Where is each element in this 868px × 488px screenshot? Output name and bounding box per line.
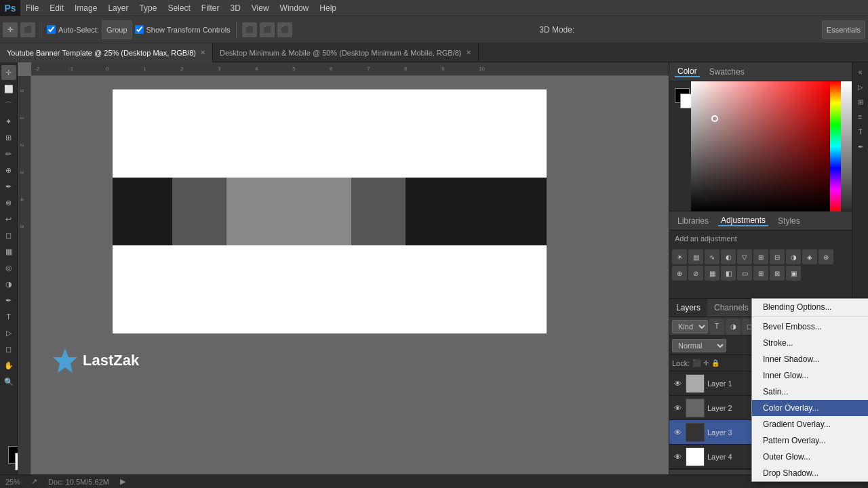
- blur-tool[interactable]: ◎: [1, 260, 16, 275]
- invert-adj-icon[interactable]: ⊘: [688, 266, 703, 281]
- align-right-icon[interactable]: ⬛: [277, 22, 292, 37]
- lock-all-icon[interactable]: 🔒: [711, 359, 719, 367]
- marquee-tool[interactable]: ⬜: [1, 81, 16, 96]
- tab-desktop-min[interactable]: Desktop Minimum & Mobile @ 50% (Desktop …: [213, 43, 479, 62]
- tab-swatches[interactable]: Swatches: [707, 67, 747, 77]
- ctx-outer-glow[interactable]: Outer Glow...: [752, 449, 868, 465]
- posterize-adj-icon[interactable]: ▦: [705, 266, 719, 281]
- menu-select[interactable]: Select: [162, 0, 195, 16]
- color-picker-gradient[interactable]: [691, 81, 830, 211]
- auto-select-checkbox[interactable]: [47, 25, 56, 34]
- menu-image[interactable]: Image: [69, 0, 102, 16]
- gradient-map-adj-icon[interactable]: ▭: [737, 266, 752, 281]
- dodge-tool[interactable]: ◑: [1, 277, 16, 291]
- panel-icon-3[interactable]: ≡: [854, 110, 867, 123]
- zoom-tool[interactable]: 🔍: [1, 374, 16, 389]
- ctx-color-overlay[interactable]: Color Overlay...: [752, 400, 868, 416]
- tab-close-2[interactable]: ✕: [466, 49, 471, 56]
- tab-color[interactable]: Color: [675, 66, 700, 77]
- show-transform-checkbox[interactable]: [135, 25, 144, 34]
- gradient-tool[interactable]: ▦: [1, 244, 16, 259]
- align-left-icon[interactable]: ⬛: [242, 22, 257, 37]
- eraser-tool[interactable]: ◻: [1, 228, 16, 243]
- filter-adj-icon[interactable]: ◑: [726, 319, 741, 334]
- photo-filter-adj-icon[interactable]: ◈: [802, 249, 817, 264]
- layer-kind-select[interactable]: Kind: [672, 320, 708, 333]
- history-brush-tool[interactable]: ↩: [1, 211, 16, 226]
- vibrance-adj-icon[interactable]: ▽: [737, 249, 752, 264]
- eyedropper-tool[interactable]: ✏: [1, 146, 16, 161]
- ctx-bevel-emboss[interactable]: Bevel Emboss...: [752, 319, 868, 335]
- pen-tool[interactable]: ✒: [1, 293, 16, 308]
- clone-tool[interactable]: ⊗: [1, 195, 16, 210]
- auto-select-dropdown[interactable]: Group: [102, 20, 132, 39]
- grid-adj-icon[interactable]: ▣: [786, 266, 801, 281]
- transform-options[interactable]: ⬛: [20, 22, 35, 37]
- panel-icon-2[interactable]: ⊞: [854, 95, 867, 108]
- panel-icon-5[interactable]: ✒: [854, 140, 867, 153]
- tab-youtube-banner[interactable]: Youtube Banner Template @ 25% (Desktop M…: [0, 43, 213, 62]
- quick-select-tool[interactable]: ✦: [1, 114, 16, 129]
- ctx-blending-options[interactable]: Blending Options...: [752, 299, 868, 315]
- ctx-pattern-overlay[interactable]: Pattern Overlay...: [752, 432, 868, 449]
- shape-tool[interactable]: ◻: [1, 342, 16, 357]
- text-tool[interactable]: T: [1, 309, 16, 324]
- path-tool[interactable]: ▷: [1, 325, 16, 340]
- align-center-icon[interactable]: ⬛: [260, 22, 275, 37]
- color-alpha-bar[interactable]: [841, 81, 852, 211]
- ctx-gradient-overlay[interactable]: Gradient Overlay...: [752, 416, 868, 432]
- move-tool[interactable]: ✛: [1, 65, 16, 80]
- curves-adj-icon[interactable]: ∿: [705, 249, 719, 264]
- tab-close-1[interactable]: ✕: [200, 49, 205, 56]
- lasso-tool[interactable]: ⌒: [1, 98, 16, 113]
- tab-styles[interactable]: Styles: [775, 216, 803, 226]
- crop-tool[interactable]: ⊞: [1, 130, 16, 145]
- collapse-panels-icon[interactable]: «: [854, 65, 867, 79]
- expand-arrow[interactable]: ▶: [120, 477, 125, 486]
- healing-tool[interactable]: ⊕: [1, 163, 16, 178]
- menu-layer[interactable]: Layer: [102, 0, 134, 16]
- ctx-satin[interactable]: Satin...: [752, 384, 868, 400]
- brush-tool[interactable]: ✒: [1, 179, 16, 194]
- color-picker-handle[interactable]: [711, 115, 718, 122]
- tab-layers[interactable]: Layers: [669, 299, 707, 317]
- menu-3d[interactable]: 3D: [224, 0, 245, 16]
- menu-view[interactable]: View: [246, 0, 275, 16]
- color-spectrum-bar[interactable]: [830, 81, 841, 211]
- lock-position-icon[interactable]: ✛: [703, 359, 709, 367]
- menu-window[interactable]: Window: [275, 0, 315, 16]
- hand-tool[interactable]: ✋: [1, 358, 16, 373]
- tab-adjustments[interactable]: Adjustments: [718, 216, 768, 226]
- ctx-drop-shadow[interactable]: Drop Shadow...: [752, 465, 868, 481]
- menu-type[interactable]: Type: [134, 0, 162, 16]
- ctx-inner-glow[interactable]: Inner Glow...: [752, 367, 868, 384]
- colorbalance-adj-icon[interactable]: ⊟: [770, 249, 785, 264]
- tab-channels[interactable]: Channels: [707, 299, 755, 317]
- hsl-adj-icon[interactable]: ⊞: [753, 249, 768, 264]
- threshold-adj-icon[interactable]: ◧: [721, 266, 736, 281]
- export-icon[interactable]: ↗: [31, 477, 37, 486]
- ctx-inner-shadow[interactable]: Inner Shadow...: [752, 351, 868, 367]
- essentials-button[interactable]: Essentials: [822, 20, 865, 39]
- levels-adj-icon[interactable]: ▤: [688, 249, 703, 264]
- layer-eye-1[interactable]: 👁: [672, 378, 683, 389]
- exposure-adj-icon[interactable]: ◐: [721, 249, 736, 264]
- layer-eye-4[interactable]: 👁: [672, 451, 683, 462]
- selective-color-adj-icon[interactable]: ⊞: [753, 266, 768, 281]
- menu-help[interactable]: Help: [314, 0, 342, 16]
- brightness-adj-icon[interactable]: ☀: [672, 249, 687, 264]
- bw-adj-icon[interactable]: ◑: [786, 249, 801, 264]
- menu-filter[interactable]: Filter: [196, 0, 225, 16]
- menu-file[interactable]: File: [20, 0, 44, 16]
- panel-icon-4[interactable]: T: [854, 125, 867, 138]
- layer-eye-3[interactable]: 👁: [672, 427, 683, 438]
- hue-sat-adj-icon[interactable]: ⊠: [770, 266, 785, 281]
- tab-libraries[interactable]: Libraries: [675, 216, 711, 226]
- ctx-stroke[interactable]: Stroke...: [752, 335, 868, 351]
- panel-icon-1[interactable]: ▷: [854, 80, 867, 94]
- lock-pixels-icon[interactable]: ⬛: [692, 359, 701, 367]
- blend-mode-select[interactable]: Normal: [672, 339, 726, 352]
- filter-type-icon[interactable]: T: [709, 319, 724, 334]
- layer-eye-2[interactable]: 👁: [672, 403, 683, 413]
- menu-edit[interactable]: Edit: [44, 0, 69, 16]
